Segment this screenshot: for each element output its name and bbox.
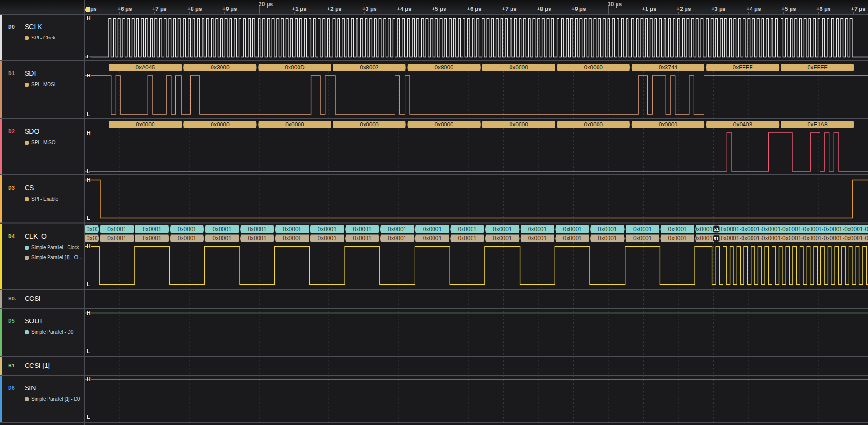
svg-text:0x0001: 0x0001: [353, 235, 372, 241]
svg-text:0x0001: 0x0001: [178, 235, 197, 241]
svg-text:0x0001: 0x0001: [528, 235, 547, 241]
svg-text:0xE1A8: 0xE1A8: [808, 121, 828, 128]
svg-text:0x0000: 0x0000: [659, 121, 678, 128]
svg-text:H: H: [87, 177, 91, 183]
svg-text:0x0001: 0x0001: [283, 226, 302, 232]
svg-text:0x0001: 0x0001: [178, 226, 197, 232]
svg-text:0xFFFF: 0xFFFF: [733, 64, 753, 71]
svg-text:0x3744: 0x3744: [659, 64, 678, 71]
svg-text:H: H: [87, 15, 91, 21]
svg-text:L: L: [87, 281, 90, 287]
svg-text:0x3000: 0x3000: [211, 64, 230, 71]
svg-text:0x0000: 0x0000: [584, 121, 603, 128]
svg-text:0x0001: 0x0001: [458, 226, 477, 232]
svg-text:0x0001: 0x0001: [598, 226, 617, 232]
svg-text:L: L: [87, 414, 90, 420]
svg-text:0x0001: 0x0001: [458, 235, 477, 241]
svg-text:51: 51: [714, 236, 719, 241]
svg-text:0x0001: 0x0001: [143, 235, 162, 241]
svg-text:0x0001: 0x0001: [388, 226, 407, 232]
svg-text:0x0001: 0x0001: [318, 226, 337, 232]
svg-text:L: L: [87, 111, 90, 117]
svg-text:0x0001: 0x0001: [633, 235, 652, 241]
svg-text:0x0000: 0x0000: [285, 121, 304, 128]
svg-text:0xA045: 0xA045: [135, 64, 155, 71]
svg-text:0x0001: 0x0001: [107, 235, 126, 241]
svg-text:0x0001: 0x0001: [528, 226, 547, 232]
svg-text:H: H: [87, 73, 91, 78]
svg-text:0x000D: 0x000D: [285, 64, 305, 71]
svg-text:L: L: [87, 54, 90, 59]
svg-text:0x0001: 0x0001: [318, 235, 337, 241]
svg-text:0x0001: 0x0001: [694, 235, 713, 241]
svg-text:L: L: [87, 215, 90, 221]
svg-text:0x0001: 0x0001: [694, 226, 713, 232]
svg-text:0x0001: 0x0001: [493, 226, 512, 232]
svg-text:0x8000: 0x8000: [434, 64, 453, 71]
svg-text:0x0001: 0x0001: [212, 226, 231, 232]
svg-text:0x0001: 0x0001: [248, 235, 267, 241]
svg-text:0x0001: 0x0001: [248, 226, 267, 232]
svg-text:0x0001: 0x0001: [143, 226, 162, 232]
svg-text:0x0000: 0x0000: [584, 64, 603, 71]
svg-text:H: H: [87, 243, 91, 249]
svg-text:L: L: [87, 348, 90, 354]
svg-text:0xFFFF: 0xFFFF: [808, 64, 828, 71]
svg-text:0x0001: 0x0001: [633, 226, 652, 232]
svg-text:0x0000: 0x0000: [136, 121, 155, 128]
svg-text:0x0001: 0x0001: [668, 235, 687, 241]
svg-text:0x0001: 0x0001: [598, 235, 617, 241]
svg-text:0x0001: 0x0001: [563, 235, 582, 241]
svg-text:0x0001: 0x0001: [668, 226, 687, 232]
svg-text:0x0403: 0x0403: [733, 121, 752, 128]
svg-text:L: L: [87, 168, 90, 174]
svg-text:0x0000: 0x0000: [211, 121, 230, 128]
svg-text:0x0001: 0x0001: [493, 235, 512, 241]
svg-text:H: H: [87, 377, 91, 382]
svg-text:0x0000: 0x0000: [434, 121, 453, 128]
svg-text:51: 51: [714, 226, 719, 232]
svg-text:0x0000: 0x0000: [360, 121, 379, 128]
svg-text:0x0000: 0x0000: [510, 121, 529, 128]
svg-text:0x0001: 0x0001: [353, 226, 372, 232]
svg-text:0x0001: 0x0001: [388, 235, 407, 241]
svg-text:0x0001·0x0001·0x0001·0x0001·0x: 0x0001·0x0001·0x0001·0x0001·0x0001·0x000…: [721, 235, 868, 241]
svg-text:0x0001: 0x0001: [563, 226, 582, 232]
svg-text:0x0001: 0x0001: [283, 235, 302, 241]
svg-text:H: H: [87, 310, 91, 316]
svg-text:0x0001: 0x0001: [423, 235, 442, 241]
svg-text:0x0001·0x0001·0x0001·0x0001·0x: 0x0001·0x0001·0x0001·0x0001·0x0001·0x000…: [721, 226, 868, 232]
svg-text:0x0000: 0x0000: [510, 64, 529, 71]
svg-text:H: H: [87, 130, 91, 135]
svg-text:0x0001: 0x0001: [107, 226, 126, 232]
svg-text:0x0001: 0x0001: [423, 226, 442, 232]
svg-text:0x0001: 0x0001: [212, 235, 231, 241]
svg-text:0x8002: 0x8002: [360, 64, 379, 71]
